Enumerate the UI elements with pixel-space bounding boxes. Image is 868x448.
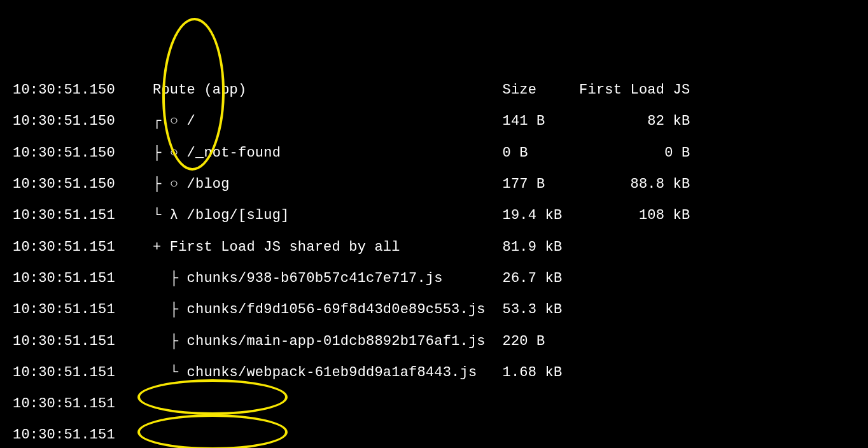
- log-content: ├ ○ /_not-found 0 B 0 B: [153, 145, 855, 161]
- log-content: └ chunks/webpack-61eb9dd9a1af8443.js 1.6…: [153, 365, 855, 381]
- timestamp: 10:30:51.151: [13, 396, 153, 412]
- log-line: 10:30:51.150├ ○ /_not-found 0 B 0 B: [13, 137, 855, 169]
- log-line: 10:30:51.151: [13, 419, 855, 448]
- log-line: 10:30:51.150┌ ○ / 141 B 82 kB: [13, 106, 855, 137]
- log-content: ├ chunks/938-b670b57c41c7e717.js 26.7 kB: [153, 270, 855, 286]
- timestamp: 10:30:51.151: [13, 365, 153, 381]
- log-content: └ λ /blog/[slug] 19.4 kB 108 kB: [153, 207, 855, 223]
- log-line: 10:30:51.151 ├ chunks/main-app-01dcb8892…: [13, 326, 855, 357]
- log-content: ┌ ○ / 141 B 82 kB: [153, 113, 855, 129]
- log-content: ├ ○ /blog 177 B 88.8 kB: [153, 176, 855, 192]
- timestamp: 10:30:51.151: [13, 427, 153, 443]
- timestamp: 10:30:51.150: [13, 113, 153, 129]
- terminal-output: 10:30:51.150Route (app) Size First Load …: [13, 74, 855, 448]
- log-line: 10:30:51.151: [13, 388, 855, 419]
- log-content: ├ chunks/fd9d1056-69f8d43d0e89c553.js 53…: [153, 302, 855, 318]
- timestamp: 10:30:51.151: [13, 302, 153, 318]
- log-content: Route (app) Size First Load JS: [153, 82, 855, 98]
- timestamp: 10:30:51.151: [13, 239, 153, 255]
- log-line: 10:30:51.151 ├ chunks/938-b670b57c41c7e7…: [13, 263, 855, 294]
- timestamp: 10:30:51.151: [13, 333, 153, 349]
- timestamp: 10:30:51.151: [13, 270, 153, 286]
- timestamp: 10:30:51.150: [13, 145, 153, 161]
- log-line: 10:30:51.151 └ chunks/webpack-61eb9dd9a1…: [13, 357, 855, 388]
- log-line: 10:30:51.151+ First Load JS shared by al…: [13, 232, 855, 263]
- log-line: 10:30:51.150├ ○ /blog 177 B 88.8 kB: [13, 169, 855, 200]
- timestamp: 10:30:51.150: [13, 82, 153, 98]
- log-line: 10:30:51.151└ λ /blog/[slug] 19.4 kB 108…: [13, 200, 855, 231]
- log-content: ├ chunks/main-app-01dcb8892b176af1.js 22…: [153, 333, 855, 349]
- timestamp: 10:30:51.151: [13, 207, 153, 223]
- log-content: + First Load JS shared by all 81.9 kB: [153, 239, 855, 255]
- log-line: 10:30:51.151 ├ chunks/fd9d1056-69f8d43d0…: [13, 294, 855, 325]
- timestamp: 10:30:51.150: [13, 176, 153, 192]
- log-line: 10:30:51.150Route (app) Size First Load …: [13, 74, 855, 106]
